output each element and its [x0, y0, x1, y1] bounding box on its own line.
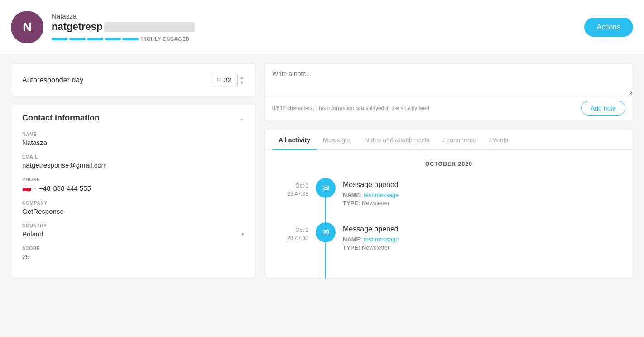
activity-section: All activity Messages Notes and attachme… [264, 129, 633, 278]
note-textarea[interactable] [265, 64, 633, 96]
activity-meta-name-1: NAME: test message [343, 192, 399, 198]
engagement-label: HIGHLY ENGAGED [141, 36, 190, 42]
company-value: GetResponse [22, 207, 244, 215]
name-field: NAME Natasza [22, 132, 244, 146]
header-info: Natasza natgetresp HIGHLY ENGAGED [52, 12, 584, 42]
activity-timestamp-2: 23:47:30 [272, 234, 308, 242]
activity-item: Oct 1 23:47:33 ✉ Message opened NAME: te… [272, 178, 625, 208]
activity-time-1: Oct 1 23:47:33 [272, 178, 308, 198]
activity-date-1: Oct 1 [272, 182, 308, 190]
contact-card-title: Contact information [22, 113, 100, 123]
activity-item-2: Oct 1 23:47:30 ✉ Message opened NAME: te… [272, 222, 625, 252]
bar-seg-4 [105, 38, 121, 40]
bar-seg-1 [52, 38, 68, 40]
note-card: 0/512 characters. This information is di… [264, 63, 633, 121]
email-label: EMAIL [22, 154, 244, 159]
header: N Natasza natgetresp HIGHLY ENGAGED Acti… [0, 0, 644, 54]
activity-meta-type-1: TYPE: Newsletter [343, 200, 399, 207]
tab-messages[interactable]: Messages [317, 129, 358, 150]
country-label: COUNTRY [22, 223, 244, 228]
actions-button[interactable]: Actions [584, 18, 633, 37]
right-panel: 0/512 characters. This information is di… [264, 63, 633, 278]
bar-seg-3 [87, 38, 103, 40]
stepper-down[interactable]: ▼ [240, 81, 244, 85]
autoresponder-label: Autoresponder day [22, 76, 83, 84]
activity-date-2: Oct 1 [272, 226, 308, 234]
email-field: EMAIL natgetresponse@gmail.com [22, 154, 244, 169]
stepper-arrows: ▲ ▼ [240, 75, 244, 85]
tab-events[interactable]: Events [483, 129, 515, 150]
phone-prefix: +48 [39, 184, 50, 192]
note-hint: 0/512 characters. This information is di… [272, 105, 429, 111]
country-value: Poland [22, 230, 43, 238]
autoresponder-card: Autoresponder day ⊟ 32 ▲ ▼ [11, 63, 255, 96]
score-value: 25 [22, 253, 244, 260]
activity-timestamp-1: 23:47:33 [272, 190, 308, 198]
avatar: N [11, 11, 43, 43]
activity-timeline: Oct 1 23:47:33 ✉ Message opened NAME: te… [272, 178, 625, 252]
day-input-box[interactable]: ⊟ 32 [211, 73, 238, 87]
engagement-segments [52, 38, 139, 40]
activity-icon-wrap-2: ✉ [316, 222, 336, 242]
activity-icon-wrap-1: ✉ [316, 178, 336, 198]
phone-field: PHONE 🇵🇱 ▾ +48 888 444 555 [22, 177, 244, 193]
phone-row: 🇵🇱 ▾ +48 888 444 555 [22, 184, 244, 193]
activity-meta-type-2: TYPE: Newsletter [343, 244, 399, 251]
activity-details-1: Message opened NAME: test message TYPE: … [343, 178, 399, 208]
day-value: 32 [224, 76, 231, 84]
bar-seg-2 [69, 38, 86, 40]
tabs-row: All activity Messages Notes and attachme… [265, 129, 633, 150]
bar-seg-5 [122, 38, 139, 40]
left-panel: Autoresponder day ⊟ 32 ▲ ▼ Contact infor… [11, 63, 255, 278]
tab-notes-attachments[interactable]: Notes and attachments [358, 129, 436, 150]
email-value: natgetresponse@gmail.com [22, 161, 244, 169]
country-field: COUNTRY Poland ▾ [22, 223, 244, 238]
phone-label: PHONE [22, 177, 244, 182]
month-label: OCTOBER 2020 [272, 161, 625, 167]
engagement-bar: HIGHLY ENGAGED [52, 36, 584, 42]
collapse-icon[interactable]: ⌄ [238, 114, 244, 122]
day-stepper: ⊟ 32 ▲ ▼ [211, 73, 244, 87]
company-label: COMPANY [22, 201, 244, 206]
activity-content: OCTOBER 2020 Oct 1 23:47:33 ✉ M [265, 150, 633, 278]
contact-name-small: Natasza [52, 12, 584, 20]
contact-card: Contact information ⌄ NAME Natasza EMAIL… [11, 104, 255, 278]
stepper-up[interactable]: ▲ [240, 75, 244, 80]
phone-number: 888 444 555 [53, 184, 91, 192]
add-note-button[interactable]: Add note [581, 101, 625, 116]
score-field: SCORE 25 [22, 246, 244, 260]
company-field: COMPANY GetResponse [22, 201, 244, 215]
message-opened-icon-1: ✉ [316, 178, 336, 198]
message-opened-icon-2: ✉ [316, 222, 336, 242]
activity-meta-name-2: NAME: test message [343, 236, 399, 243]
country-row: Poland ▾ [22, 230, 244, 238]
score-label: SCORE [22, 246, 244, 251]
activity-title-1: Message opened [343, 181, 399, 189]
timeline-line-2 [325, 242, 326, 279]
name-label: NAME [22, 132, 244, 137]
country-dropdown-icon[interactable]: ▾ [241, 231, 244, 237]
tab-all-activity[interactable]: All activity [272, 129, 317, 150]
name-value: Natasza [22, 139, 244, 146]
flag-dropdown[interactable]: ▾ [34, 186, 36, 191]
note-footer: 0/512 characters. This information is di… [265, 97, 633, 121]
contact-email: natgetresp [52, 21, 584, 33]
main-layout: Autoresponder day ⊟ 32 ▲ ▼ Contact infor… [0, 54, 644, 287]
activity-details-2: Message opened NAME: test message TYPE: … [343, 222, 399, 252]
email-blurred [104, 22, 195, 32]
flag-icon: 🇵🇱 [22, 184, 31, 193]
tab-ecommerce[interactable]: Ecommerce [436, 129, 483, 150]
activity-title-2: Message opened [343, 225, 399, 233]
activity-time-2: Oct 1 23:47:30 [272, 222, 308, 242]
contact-card-header: Contact information ⌄ [22, 113, 244, 123]
